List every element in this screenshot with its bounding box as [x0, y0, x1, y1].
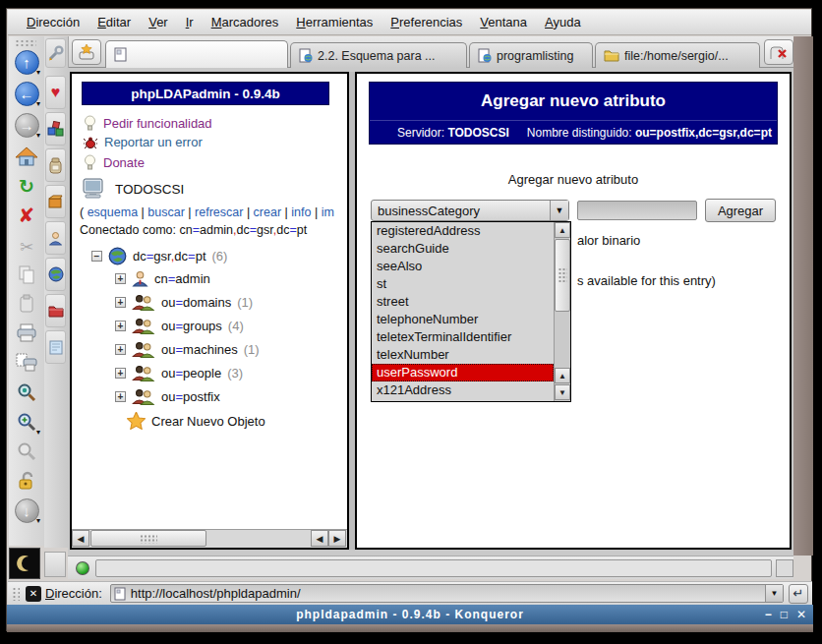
dropdown-option[interactable]: registeredAddress [372, 222, 554, 240]
expand-icon[interactable]: + [115, 273, 126, 284]
location-dropdown-button[interactable]: ▼ [765, 585, 783, 602]
scroll-down-button[interactable]: ▼ [555, 384, 570, 400]
action-info[interactable]: info [291, 205, 311, 219]
dropdown-option[interactable]: seeAlso [372, 258, 554, 275]
menu-direccion[interactable]: Dirección [18, 13, 88, 31]
forward-button[interactable]: → ▾ [13, 111, 40, 139]
home-button[interactable] [13, 143, 40, 170]
dropdown-option[interactable]: teletexTerminalIdentifier [372, 328, 554, 346]
sidebar-tab-home-directory[interactable] [45, 221, 66, 255]
expand-icon[interactable]: + [115, 391, 126, 402]
paste-button[interactable] [13, 290, 40, 318]
node-label[interactable]: ou=machines [161, 342, 238, 357]
node-label[interactable]: dc=gsr,dc=pt [133, 249, 206, 263]
toolbar-handle[interactable] [12, 587, 20, 601]
node-label[interactable]: ou=postfix [161, 389, 220, 404]
find-button[interactable] [13, 379, 40, 406]
menu-ventana[interactable]: Ventana [471, 13, 536, 31]
node-label[interactable]: ou=people [161, 366, 221, 381]
menu-ver[interactable]: Ver [140, 13, 177, 31]
tree-node-groups[interactable]: + ou=groups (4) [115, 318, 244, 334]
print-button[interactable] [13, 320, 40, 347]
expand-icon[interactable]: + [115, 344, 126, 355]
go-button[interactable]: ↵ [789, 584, 808, 604]
dropdown-option[interactable]: x121Address [372, 381, 554, 399]
down-button[interactable]: ↓ ▾ [13, 497, 40, 524]
tree-node-domains[interactable]: + ou=domains (1) [115, 294, 253, 311]
sidebar-tab-home-folder[interactable] [45, 185, 66, 218]
collapse-icon[interactable]: − [91, 251, 102, 262]
menu-ayuda[interactable]: Ayuda [536, 13, 590, 31]
action-refrescar[interactable]: refrescar [195, 205, 243, 219]
scroll-left-button[interactable]: ◀ [72, 530, 89, 547]
attribute-select[interactable]: businessCategory ▼ [371, 200, 569, 221]
zoom-out-button[interactable] [13, 438, 40, 465]
node-label[interactable]: ou=groups [161, 319, 222, 333]
sidebar-tab-network[interactable] [45, 258, 66, 291]
action-importar[interactable]: im [322, 205, 334, 219]
scroll-up-button[interactable]: ▲ [555, 222, 570, 238]
action-crear[interactable]: crear [254, 205, 281, 219]
tree-horizontal-scrollbar[interactable]: ◀ ◀ ▶ [72, 529, 347, 548]
maximize-button[interactable]: □ [781, 608, 789, 621]
scrollbar-thumb[interactable] [90, 530, 206, 547]
status-resize-box[interactable] [776, 559, 793, 577]
menu-preferencias[interactable]: Preferencias [382, 13, 471, 31]
reload-button[interactable]: ↻ [13, 172, 40, 200]
menu-marcadores[interactable]: Marcadores [203, 13, 288, 31]
dropdown-scrollbar[interactable]: ▲ ▲ ▼ [554, 222, 570, 401]
stop-button[interactable]: ✘ [13, 202, 40, 229]
dropdown-option[interactable]: st [372, 275, 554, 293]
tab-file-sergio[interactable]: file:/home/sergio/... [595, 42, 760, 68]
window-titlebar[interactable]: phpldapadmin - 0.9.4b - Konqueror − □ ✕ [7, 605, 813, 624]
report-bug-link[interactable]: Reportar un error [84, 135, 203, 149]
tree-node-postfix[interactable]: + ou=postfix [115, 388, 226, 405]
print-frame-button[interactable] [13, 349, 40, 377]
attribute-value-input[interactable] [577, 201, 697, 220]
create-new-object[interactable]: Crear Nuevo Objeto [127, 412, 265, 430]
node-label[interactable]: ou=domains [161, 295, 231, 310]
tab-active-phpldapadmin[interactable] [105, 40, 288, 68]
new-tab-button[interactable] [72, 39, 101, 65]
action-buscar[interactable]: buscar [147, 205, 185, 219]
menu-editar[interactable]: Editar [88, 13, 140, 31]
dropdown-option[interactable]: telephoneNumber [372, 311, 554, 328]
expand-icon[interactable]: + [115, 368, 126, 379]
dropdown-arrow-button[interactable]: ▼ [550, 201, 568, 220]
back-button[interactable]: ← ▾ [13, 80, 40, 107]
dropdown-option-selected[interactable]: userPassword [372, 364, 554, 381]
scroll-right-button[interactable]: ▶ [328, 530, 346, 547]
sidebar-tab-services[interactable] [45, 330, 66, 364]
sidebar-tab-devices[interactable] [45, 112, 66, 146]
dropdown-option[interactable]: street [372, 293, 554, 311]
dropdown-option[interactable]: telexNumber [372, 346, 554, 364]
request-feature-link[interactable]: Pedir funcionalidad [84, 115, 212, 131]
tree-node-admin[interactable]: + cn=admin [115, 270, 216, 287]
scroll-up-button[interactable]: ▲ [555, 368, 570, 383]
tree-node-people[interactable]: + ou=people (3) [115, 365, 243, 381]
tree-node-root[interactable]: − dc=gsr,dc=pt (6) [91, 247, 227, 265]
sidebar-config-button[interactable] [45, 38, 66, 68]
menu-herramientas[interactable]: Herramientas [287, 13, 382, 31]
agregar-button[interactable]: Agregar [705, 199, 776, 222]
close-tab-button[interactable] [764, 39, 793, 65]
minimize-button[interactable]: − [765, 608, 773, 621]
expand-icon[interactable]: + [115, 297, 126, 308]
donate-link[interactable]: Donate [84, 154, 145, 170]
action-esquema[interactable]: esquema [88, 205, 138, 219]
node-label[interactable]: cn=admin [154, 271, 210, 286]
cut-button[interactable]: ✂ [13, 233, 40, 261]
clear-location-button[interactable]: ✕ [26, 586, 41, 602]
tree-node-machines[interactable]: + ou=machines (1) [115, 341, 260, 358]
zoom-in-button[interactable]: ▾ [13, 408, 40, 436]
up-button[interactable]: ↑ ▾ [13, 48, 40, 76]
scrollbar-thumb[interactable] [555, 239, 570, 312]
security-button[interactable] [13, 467, 40, 495]
server-row[interactable]: TODOSCSI [82, 178, 184, 200]
menu-ir[interactable]: Ir [177, 13, 203, 31]
sidebar-tab-history[interactable] [45, 148, 66, 182]
dropdown-option[interactable]: searchGuide [372, 240, 554, 258]
location-input[interactable]: http://localhost/phpldapadmin/ ▼ [110, 584, 784, 603]
close-button[interactable]: ✕ [796, 608, 807, 621]
copy-button[interactable] [13, 261, 40, 288]
